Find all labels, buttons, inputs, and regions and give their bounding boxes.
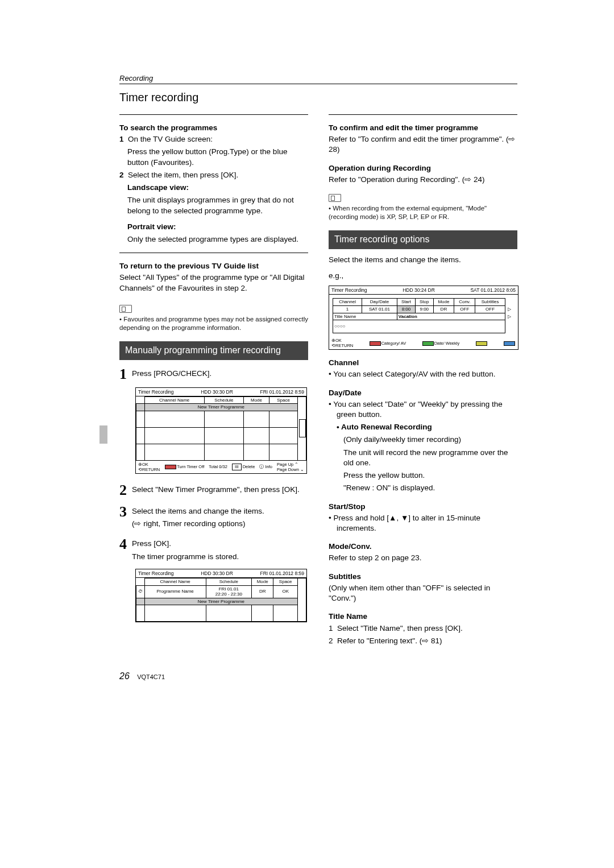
col-channel: Channel Name [144, 396, 204, 404]
confirm-edit-text: Refer to "To confirm and edit the timer … [329, 134, 517, 155]
heading-search-programmes: To search the programmes [119, 123, 308, 133]
example-label: e.g., [329, 271, 517, 281]
auto-b: The unit will record the new programme o… [329, 448, 517, 468]
page-title: Timer recording [119, 91, 517, 104]
title-name-label: Title Name [333, 313, 397, 320]
osd-timer-recording-stored: Timer Recording HDD 30:30 DR FRI 01.01.2… [135, 569, 307, 623]
subtitles-text: (Only when item other than "OFF" is sele… [329, 583, 517, 604]
side-tab [99, 425, 107, 444]
col-schedule: Schedule [206, 578, 251, 585]
osd-paging: Page Up ⌃Page Down ⌄ [277, 462, 304, 472]
val-channel: 1 [333, 305, 362, 313]
osd-info: Info [265, 464, 273, 469]
osd-date: FRI 01.01.2012 8:59 [260, 571, 304, 576]
val-mode: DR [433, 305, 454, 313]
operation-recording-text: Refer to "Operation during Recording". (… [329, 175, 517, 185]
heading-manual-programming: Manually programming timer recording [119, 341, 308, 360]
osd-date: SAT 01.01.2012 8:05 [470, 287, 516, 293]
heading-auto-renewal: • Auto Renewal Recording [329, 422, 517, 432]
startstop-text: • Press and hold [▲, ▼] to alter in 15-m… [329, 513, 517, 534]
chevron-right-icon: ▷ [505, 313, 514, 320]
clock-icon: ⏱ [136, 585, 145, 598]
row-space: OK [273, 585, 298, 598]
titlename-step1: 1 Select "Title Name", then press [OK]. [329, 623, 517, 634]
titlename-step2: 2 Refer to "Entering text". (⇨ 81) [329, 636, 517, 646]
auto-c: Press the yellow button. [329, 470, 517, 481]
col-channel: Channel Name [144, 578, 206, 585]
auto-d: "Renew : ON" is displayed. [329, 483, 517, 493]
search-step-1b: Press the yellow button (Prog.Type) or t… [119, 147, 308, 167]
step2-text: Select "New Timer Programme", then press… [132, 485, 308, 495]
heading-titlename: Title Name [329, 611, 517, 622]
osd-title: Timer Recording [138, 571, 174, 576]
heading-daydate: Day/Date [329, 388, 517, 398]
new-timer-row: New Timer Programme [144, 404, 298, 411]
step-text: On the TV Guide screen: [128, 135, 213, 143]
page-number: 26 [119, 671, 130, 681]
step4-text-a: Press [OK]. [132, 539, 308, 549]
note-content: Favourites and programme types may not b… [119, 316, 308, 331]
step-text: Select the item, then press [OK]. [128, 171, 238, 179]
col-stop: Stop [416, 299, 434, 306]
col-conv: Conv. [454, 299, 475, 306]
step3-text-b: (⇨ right, Timer recording options) [132, 519, 308, 529]
heading-subtitles: Subtitles [329, 572, 517, 582]
heading-startstop: Start/Stop [329, 502, 517, 512]
row-schedule: FRI 01.0122:20 - 22:30 [206, 585, 251, 598]
portrait-view-text: Only the selected programme types are di… [119, 234, 308, 245]
step4-text-b: The timer programme is stored. [132, 552, 308, 562]
col-mode: Mode [251, 578, 273, 585]
note-content: When recording from the external equipme… [329, 205, 487, 220]
auto-a: (Only daily/weekly timer recording) [329, 435, 517, 445]
col-start: Start [397, 299, 415, 306]
heading-confirm-edit: To confirm and edit the timer programme [329, 123, 517, 133]
preview-row: ○○○○ [333, 320, 505, 333]
chevron-right-icon: ▷ [505, 305, 514, 313]
note-text: When recording from the external equipme… [329, 204, 517, 221]
scrollbar-icon [299, 419, 306, 437]
val-stop: 9:00 [416, 305, 434, 313]
heading-return-guide: To return to the previous TV Guide list [119, 261, 308, 271]
daydate-text: • You can select "Date" or "Weekly" by p… [329, 399, 517, 420]
modeconv-text: Refer to step 2 on page 23. [329, 553, 517, 563]
row-channel: Programme Name [144, 585, 206, 598]
col-daydate: Day/Date [362, 299, 397, 306]
note-icon [119, 305, 132, 313]
col-space: Space [269, 396, 298, 404]
col-space: Space [273, 578, 298, 585]
osd-date: FRI 01.01.2012 8:59 [260, 389, 304, 395]
col-schedule: Schedule [204, 396, 243, 404]
osd-hdd: HDD 30:30 DR [201, 389, 233, 395]
osd-title: Timer Recording [331, 287, 367, 293]
channel-text: • You can select Category/AV with the re… [329, 369, 517, 379]
val-subtitles: OFF [475, 305, 505, 313]
step-number: 2 [119, 171, 124, 179]
portrait-view-heading: Portrait view: [119, 222, 308, 232]
big-step-1: 1 [119, 366, 132, 383]
heading-timer-options: Timer recording options [329, 230, 517, 249]
note-text: Favourites and programme types may not b… [119, 315, 308, 332]
osd-date-weekly: Date/ Weekly [434, 341, 459, 346]
osd-hdd: HDD 30:30 DR [201, 571, 233, 576]
osd-delete: Delete [243, 464, 255, 469]
osd-hdd: HDD 30:24 DR [403, 287, 435, 293]
big-step-3: 3 [119, 503, 132, 520]
section-label: Recording [119, 74, 517, 84]
landscape-view-heading: Landscape view: [119, 183, 308, 193]
val-conv: OFF [454, 305, 475, 313]
step1-text: Press [PROG/CHECK]. [132, 369, 308, 379]
osd-turn-off: Turn Timer Off [177, 464, 204, 469]
heading-operation-recording: Operation during Recording [329, 163, 517, 173]
osd-timer-options: Timer Recording HDD 30:24 DR SAT 01.01.2… [329, 286, 518, 350]
val-start: 8:00 [397, 305, 415, 313]
osd-total: Total 0/32 [209, 464, 227, 469]
new-timer-row: New Timer Programme [144, 598, 298, 605]
note-icon [329, 194, 341, 202]
heading-modeconv: Mode/Conv. [329, 542, 517, 552]
col-mode: Mode [433, 299, 454, 306]
col-channel: Channel [333, 299, 362, 306]
row-mode: DR [251, 585, 273, 598]
osd-ok-return: ⊕OK⟲RETURN [138, 462, 160, 472]
search-step-2: 2 Select the item, then press [OK]. [119, 170, 308, 180]
return-guide-text: Select "All Types" of the programme type… [119, 272, 308, 293]
